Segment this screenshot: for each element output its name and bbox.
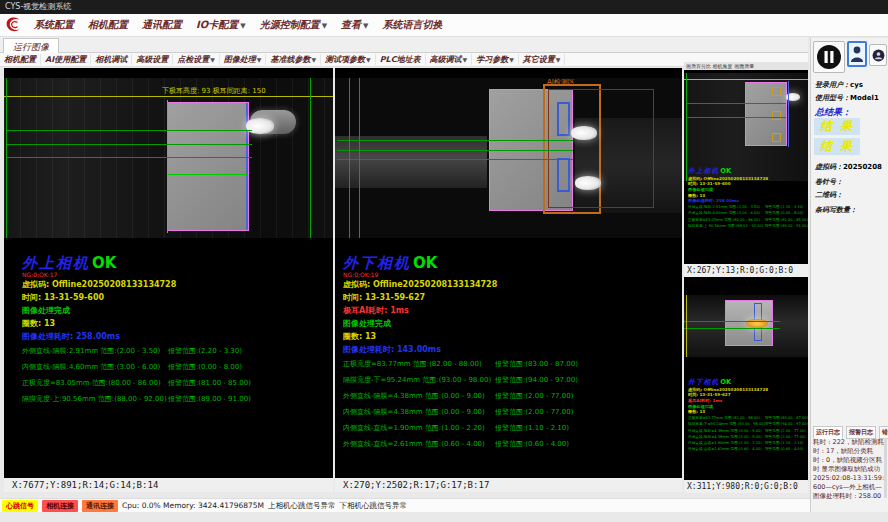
pause-button[interactable] bbox=[813, 41, 845, 73]
result-display-2: 结 果 bbox=[814, 138, 860, 155]
tool-advanced-debug[interactable]: 高级调试▼ bbox=[426, 54, 473, 65]
virtual-code-row: 虚拟码：20250208 bbox=[815, 162, 882, 172]
tool-plc-address-table[interactable]: PLC地址表 bbox=[376, 54, 426, 65]
tab-bar: 运行图像 bbox=[0, 37, 808, 53]
control-panel: 登录用户：cys 使用型号：Model1 总结果： 结 果 结 果 虚拟码：20… bbox=[810, 38, 888, 512]
tool-camera-config[interactable]: 相机配置 bbox=[0, 54, 41, 65]
menu-view[interactable]: 查看▼ bbox=[334, 18, 375, 32]
tool-other-settings[interactable]: 其它设置▼ bbox=[519, 54, 566, 65]
heartbeat-status-badge: 心跳信号 bbox=[2, 500, 38, 512]
tool-advanced-settings[interactable]: 高级设置 bbox=[132, 54, 173, 65]
login-user-button[interactable] bbox=[847, 41, 867, 67]
camera-view-upper[interactable]: 下极耳高度: 93 极耳间距离: 150 外上相机OK NG:0;OK:17 虚… bbox=[4, 68, 333, 478]
chevron-down-icon: ▼ bbox=[311, 56, 316, 63]
measurement-row: 外侧直线-直线=2.61mm 范围:(0.60 - 4.00)报警范围:(0.6… bbox=[335, 436, 682, 452]
electrode-tab-highlight bbox=[575, 176, 601, 190]
alarm-range: 报警范围:(89.00 - 91.00) bbox=[765, 223, 808, 228]
menu-light-control-config[interactable]: 光源控制配置▼ bbox=[253, 18, 334, 32]
barcode-line: 虚拟码: Offline20250208133134728 bbox=[4, 278, 333, 291]
ai-detect-marker bbox=[772, 111, 781, 120]
measurement-row: 外侧直线-隔膜:2.91mm 范围:(2.00 - 3.50)报警范围:(2.2… bbox=[4, 343, 333, 359]
small-camera-view-top[interactable]: 外上相机OK 虚拟码: Offline20250208133134728 时间:… bbox=[684, 70, 808, 264]
qr-code-label: 二维码： bbox=[815, 190, 843, 200]
menu-comm-config[interactable]: 通讯配置 bbox=[135, 18, 189, 32]
tool-label: 图像处理 bbox=[224, 55, 256, 64]
tool-spot-check[interactable]: 点检设置▼ bbox=[173, 54, 220, 65]
measurement-row: 外侧直线-直线=2.61mm 范围:(0.60 - 4.00)报警范围:(0.6… bbox=[688, 446, 808, 452]
tab-run-image[interactable]: 运行图像 bbox=[3, 38, 59, 53]
camera-overlay-lower: 外下相机OK NG:0;OK:19 虚拟码: Offline2025020813… bbox=[335, 254, 682, 452]
menu-language-switch[interactable]: 系统语言切换 bbox=[375, 18, 449, 32]
mini-image-top bbox=[684, 73, 808, 181]
alarm-range: 报警范围:(2.00 - 77.00) bbox=[495, 407, 573, 417]
tool-label: 点检设置 bbox=[177, 55, 209, 64]
menu-camera-config[interactable]: 相机配置 bbox=[81, 18, 135, 32]
measurement-value: 外侧直线-隔膜:2.91mm 范围:(2.00 - 3.50) bbox=[22, 346, 160, 356]
tool-camera-debug[interactable]: 相机调试 bbox=[91, 54, 132, 65]
pixel-coordinate-readout-small-bottom: X:311;Y:980;R:0;G:0;B:0 bbox=[684, 480, 808, 493]
camera-name: 外下相机 bbox=[343, 254, 411, 272]
small-camera-view-bottom[interactable]: 外下相机OK 虚拟码: Offline20250208133134728 时间:… bbox=[684, 277, 808, 480]
measurement-value: 隔膜宽度-下=95.24mm 范围:(93.00 - 98.00) bbox=[343, 375, 491, 385]
tool-baseline-params[interactable]: 基准线参数▼ bbox=[266, 54, 321, 65]
ai-detect-marker bbox=[772, 87, 781, 96]
operator-button[interactable] bbox=[869, 44, 887, 66]
control-buttons bbox=[813, 41, 888, 73]
guide-line-vertical bbox=[349, 78, 350, 238]
tool-ai-usage-config[interactable]: AI使用配置 bbox=[41, 54, 91, 65]
mini-overlay-top: 外上相机OK 虚拟码: Offline20250208133134728 时间:… bbox=[688, 166, 808, 229]
alarm-range: 报警范围:(83.00 - 87.00) bbox=[765, 415, 808, 420]
measurement-value: 内侧直线-隔膜:4.60mm 范围:(3.00 - 6.00) bbox=[688, 211, 760, 216]
virtual-code-value: 20250208 bbox=[843, 163, 882, 171]
camera-image-upper[interactable]: 下极耳高度: 93 极耳间距离: 150 bbox=[4, 78, 333, 238]
pixel-coordinate-readout-small-top: X:267;Y:13;R:0;G:0;B:0 bbox=[684, 264, 808, 277]
app-logo-icon bbox=[3, 16, 23, 34]
camera-image-lower[interactable]: AI检测区 bbox=[335, 78, 682, 238]
menu-label: 查看 bbox=[341, 19, 361, 30]
measurement-value: 外侧直线-直线=2.61mm 范围:(0.60 - 4.00) bbox=[343, 439, 485, 449]
tool-label: 高级设置 bbox=[136, 55, 168, 64]
measure-line bbox=[684, 321, 780, 322]
camera-title: 外上相机OK bbox=[688, 166, 808, 175]
camera-title: 外下相机OK bbox=[688, 377, 808, 386]
ng-ok-counter: NG:0;OK:17 bbox=[4, 271, 333, 278]
pause-icon bbox=[816, 44, 842, 70]
turns-line: 圈数: 13 bbox=[335, 330, 682, 343]
camera-view-lower[interactable]: AI检测区 外下相机OK NG:0;OK:19 虚拟码: Offline2025… bbox=[335, 68, 682, 478]
alarm-range: 报警范围:(94.00 - 97.00) bbox=[765, 422, 808, 427]
measurement-value: 内侧直线-直线=1.90mm 范围:(1.00 - 2.20) bbox=[343, 423, 485, 433]
yellow-reference-line bbox=[684, 79, 808, 80]
alarm-range: 报警范围:(0.00 - 8.00) bbox=[168, 362, 242, 372]
measurement-value: 正极宽度=83.77mm 范围:(82.00 - 88.00) bbox=[688, 415, 760, 420]
comm-connection-badge: 通讯连接 bbox=[82, 500, 118, 512]
alarm-range: 报警范围:(2.20 - 3.30) bbox=[168, 346, 242, 356]
tool-learning-params[interactable]: 学习参数▼ bbox=[472, 54, 519, 65]
alarm-range: 报警范围:(2.00 - 77.00) bbox=[495, 391, 573, 401]
menu-io-card-config[interactable]: IO卡配置▼ bbox=[189, 18, 253, 32]
alarm-range: 报警范围:(81.00 - 85.00) bbox=[168, 378, 251, 388]
electrode-tab-highlight bbox=[571, 126, 597, 140]
measurement-value: 内侧直线-隔膜=4.38mm 范围:(0.00 - 9.00) bbox=[343, 407, 485, 417]
measure-line bbox=[686, 117, 786, 118]
tool-test-item-params[interactable]: 测试项参数▼ bbox=[321, 54, 376, 65]
chevron-down-icon: ▼ bbox=[509, 56, 514, 63]
log-text: 耗时：222，缺陷检测耗时：17，缺陷分类耗时：0，缺陷视频分区耗时 显示图像取… bbox=[813, 438, 885, 502]
alarm-range: 报警范围:(2.20 - 3.30) bbox=[765, 204, 803, 209]
tool-image-processing[interactable]: 图像处理▼ bbox=[220, 54, 267, 65]
window-titlebar: CYS-视觉检测系统 bbox=[0, 0, 888, 14]
menu-system-config[interactable]: 系统配置 bbox=[27, 18, 81, 32]
guide-line-vertical bbox=[359, 78, 360, 238]
status-bar: 心跳信号 相机连接 通讯连接 Cpu: 0.0% Memory: 3424.41… bbox=[0, 498, 810, 512]
yellow-reference-line bbox=[4, 96, 333, 97]
result-display-1: 结 果 bbox=[814, 118, 860, 135]
upper-camera-heartbeat-status: 上相机心跳信号异常 bbox=[268, 501, 336, 511]
chevron-down-icon: ▼ bbox=[210, 56, 215, 63]
alarm-range: 报警范围:(1.10 - 2.10) bbox=[495, 423, 569, 433]
chevron-down-icon: ▼ bbox=[363, 22, 368, 30]
log-scrollbar[interactable] bbox=[884, 438, 887, 498]
menu-label: IO卡配置 bbox=[196, 19, 238, 30]
measurement-value: 外侧直线-隔膜=4.38mm 范围:(0.00 - 9.00) bbox=[688, 428, 762, 433]
measurement-value: 内侧直线-隔膜=4.38mm 范围:(0.00 - 9.00) bbox=[688, 434, 762, 439]
measurement-value: 隔膜宽度-下=95.24mm 范围:(93.00 - 98.00) bbox=[688, 422, 765, 427]
time-line: 时间: 13-31-59-600 bbox=[4, 291, 333, 304]
